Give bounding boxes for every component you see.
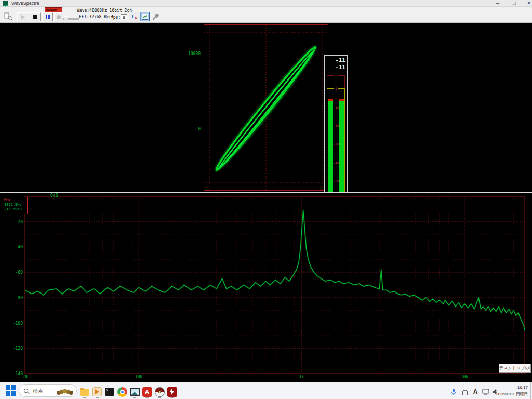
taskbar-terminal[interactable]: >_ — [104, 386, 115, 397]
close-button[interactable]: ✕ — [523, 0, 532, 7]
x-tick-1k: 1k — [294, 375, 310, 379]
meter-scale--30: -30 — [334, 142, 339, 146]
lissajous-panel: 100000-10000 -11 -11 0-10-20-30-40-50-60… — [0, 23, 532, 192]
screen: WaveSpectra ─ □ ✕ Wave:48000Hz 16bit 2ch — [0, 0, 532, 399]
fps-label: fps: — [111, 15, 121, 20]
spectrum-panel: Max. 1022.9Hz -10.95dB 0dB -20-40-60-80-… — [0, 193, 532, 382]
terminal-icon: >_ — [105, 388, 114, 396]
photos-icon — [130, 388, 140, 396]
meter-right-value: -11 — [325, 64, 345, 71]
search-box[interactable]: 検索 — [19, 384, 77, 397]
taskbar-photos[interactable] — [129, 386, 140, 397]
wrench-icon — [152, 13, 159, 20]
record-icon — [57, 15, 61, 19]
x-tick-20: 20 — [17, 375, 33, 379]
tray-clock[interactable]: 16:17 2026/01/11 日曜日 — [495, 384, 528, 397]
graph-settings-button[interactable] — [140, 12, 150, 21]
search-highlight-image — [56, 387, 74, 395]
spectrum-x-axis: 201001k10k — [0, 193, 532, 382]
lissajous-scope — [204, 24, 328, 191]
record-button[interactable] — [54, 12, 63, 21]
meter-right-level — [339, 101, 344, 199]
taskbar-ball-app[interactable] — [154, 386, 165, 397]
bolt-icon — [167, 387, 177, 397]
open-file-icon — [4, 12, 13, 21]
over-indicator — [45, 7, 62, 12]
tray-headset[interactable] — [459, 386, 471, 397]
pause-button[interactable] — [42, 12, 53, 21]
window-title: WaveSpectra — [11, 1, 39, 6]
play-icon — [21, 15, 25, 20]
meter-left-over-zone — [327, 75, 334, 88]
taskbar-acrobat[interactable]: A — [141, 386, 153, 397]
meter-left-level — [328, 101, 333, 199]
tray-microphone[interactable] — [448, 386, 459, 397]
graph-icon — [142, 14, 148, 20]
lissajous-label-0: 0 — [0, 127, 202, 131]
pause-icon — [46, 15, 50, 19]
x-tick-100: 100 — [131, 375, 147, 379]
lr-right-label: R — [135, 16, 137, 20]
titlebar: WaveSpectra ─ □ ✕ — [0, 0, 532, 7]
taskbar-media-player[interactable] — [91, 386, 103, 397]
display-icon — [482, 388, 490, 395]
lissajous-axis-labels: 100000-10000 — [0, 23, 202, 189]
headset-icon — [461, 388, 469, 395]
folder-icon — [80, 389, 89, 396]
tray-date: 2026/01/11 日曜日 — [495, 391, 528, 397]
show-desktop-tooltip: デスクトップの表示 — [499, 364, 531, 373]
maximize-button[interactable]: □ — [508, 0, 521, 7]
taskbar-chrome[interactable] — [116, 386, 128, 397]
settings-button[interactable] — [151, 12, 160, 21]
media-player-icon — [92, 387, 102, 396]
meter-right-over-zone — [338, 75, 345, 88]
stop-button[interactable] — [30, 12, 41, 21]
tray-ime-mode[interactable]: A — [470, 386, 481, 397]
meter-scale--20: -20 — [334, 124, 339, 127]
stop-icon — [33, 15, 37, 19]
taskbar: 検索 >_ A — [0, 382, 532, 399]
acrobat-icon: A — [142, 387, 152, 397]
meter-left-value: -11 — [325, 57, 345, 63]
ime-mode-label: A — [473, 388, 478, 395]
meter-scale--50: -50 — [334, 179, 339, 183]
x-tick-10k: 10k — [457, 375, 472, 379]
taskbar-explorer[interactable] — [79, 386, 90, 397]
position-slider-thumb[interactable] — [64, 16, 68, 21]
meter-scale--10: -10 — [334, 105, 339, 109]
search-icon — [23, 388, 30, 394]
microphone-icon — [450, 388, 457, 396]
search-placeholder: 検索 — [33, 388, 43, 395]
play-button[interactable] — [17, 12, 28, 21]
meter-scale--40: -40 — [334, 161, 339, 164]
channel-lr-button[interactable]: L R — [130, 12, 139, 21]
wave-format-info: Wave:48000Hz 16bit 2ch — [77, 8, 132, 13]
lissajous-label-10000: 10000 — [0, 51, 202, 56]
taskbar-bolt-app[interactable] — [166, 386, 178, 397]
chrome-icon — [117, 387, 127, 397]
open-file-button[interactable] — [2, 11, 15, 21]
tray-time: 16:17 — [495, 384, 528, 391]
app-icon — [3, 1, 8, 6]
level-meter: -11 -11 0-10-20-30-40-50-60 LR — [324, 55, 348, 205]
start-button[interactable] — [6, 385, 16, 396]
ball-icon — [155, 387, 165, 397]
fps-input[interactable]: 8 — [121, 14, 127, 20]
toolbar: Wave:48000Hz 16bit 2ch FFT:32768 Rect. f… — [0, 7, 532, 23]
minimize-button[interactable]: ─ — [491, 0, 504, 7]
meter-scale-0: 0 — [335, 87, 337, 90]
